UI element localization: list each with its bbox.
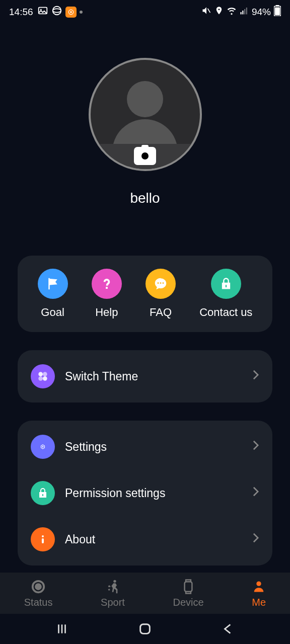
mute-icon	[201, 6, 211, 18]
settings-label: Settings	[65, 440, 242, 454]
status-left: 14:56	[9, 5, 83, 19]
svg-point-16	[38, 376, 43, 381]
svg-point-20	[42, 535, 44, 537]
svg-point-17	[43, 376, 47, 381]
lock-icon	[31, 481, 55, 505]
chat-icon	[146, 269, 176, 299]
quick-actions-panel: Goal Help FAQ Contact us	[18, 256, 272, 332]
svg-rect-25	[185, 582, 192, 592]
tab-me[interactable]: Me	[252, 579, 266, 608]
back-button[interactable]	[203, 622, 253, 635]
svg-rect-9	[244, 9, 245, 15]
battery-percent: 94%	[252, 7, 271, 18]
avatar[interactable]	[89, 58, 202, 171]
svg-rect-7	[240, 12, 241, 15]
permission-settings-button[interactable]: Permission settings	[29, 470, 261, 516]
chevron-right-icon	[252, 369, 259, 383]
recents-button[interactable]	[37, 622, 87, 635]
svg-point-24	[113, 580, 116, 582]
tab-sport-label: Sport	[101, 597, 125, 608]
svg-point-19	[42, 446, 44, 448]
svg-point-15	[43, 372, 47, 376]
svg-point-3	[52, 9, 61, 12]
tab-device-label: Device	[173, 597, 203, 608]
status-icon	[31, 579, 46, 595]
status-time: 14:56	[9, 7, 33, 18]
svg-point-14	[38, 372, 43, 376]
switch-theme-label: Switch Theme	[65, 370, 242, 383]
tab-status[interactable]: Status	[24, 579, 53, 608]
system-nav	[0, 614, 290, 644]
goal-button[interactable]: Goal	[38, 269, 68, 319]
username: bello	[130, 190, 160, 206]
status-right: 94%	[201, 5, 281, 19]
svg-rect-10	[246, 8, 247, 15]
more-dot-icon	[80, 11, 83, 14]
permission-settings-label: Permission settings	[65, 487, 242, 500]
person-icon	[252, 579, 266, 595]
bottom-nav: Status Sport Device Me	[0, 573, 290, 614]
gallery-icon	[37, 5, 48, 19]
about-label: About	[65, 533, 242, 546]
lock-icon	[211, 269, 241, 299]
tab-me-label: Me	[252, 597, 266, 608]
faq-label: FAQ	[150, 306, 172, 319]
svg-rect-21	[42, 538, 44, 543]
help-button[interactable]: Help	[92, 269, 122, 319]
home-button[interactable]	[120, 622, 170, 636]
chevron-right-icon	[252, 532, 259, 546]
location-icon	[214, 6, 224, 18]
theme-icon	[31, 364, 55, 388]
avatar-placeholder-icon	[127, 81, 163, 117]
signal-icon	[240, 6, 249, 18]
battery-icon	[274, 5, 281, 19]
svg-rect-8	[242, 11, 243, 15]
sphere-icon	[51, 5, 62, 19]
goal-label: Goal	[41, 306, 64, 319]
wifi-icon	[227, 6, 237, 18]
flag-icon	[38, 269, 68, 299]
settings-panel: Settings Permission settings About	[18, 421, 272, 566]
status-bar: 14:56 94%	[0, 0, 290, 24]
chevron-right-icon	[252, 486, 259, 500]
svg-point-26	[257, 581, 261, 586]
faq-button[interactable]: FAQ	[146, 269, 176, 319]
theme-panel: Switch Theme	[18, 350, 272, 403]
tab-sport[interactable]: Sport	[101, 579, 125, 608]
camera-icon[interactable]	[134, 147, 156, 165]
svg-rect-30	[140, 624, 150, 634]
contact-button[interactable]: Contact us	[199, 269, 252, 319]
tab-status-label: Status	[24, 597, 53, 608]
contact-label: Contact us	[199, 306, 252, 319]
svg-rect-13	[275, 7, 280, 15]
svg-line-6	[207, 9, 210, 13]
chevron-right-icon	[252, 440, 259, 454]
gear-icon	[31, 435, 55, 459]
svg-point-2	[52, 7, 61, 15]
info-icon	[31, 527, 55, 551]
app-icon	[65, 7, 77, 18]
svg-point-5	[70, 11, 72, 13]
tab-device[interactable]: Device	[173, 579, 203, 608]
question-icon	[92, 269, 122, 299]
about-button[interactable]: About	[29, 516, 261, 562]
device-icon	[182, 579, 195, 595]
help-label: Help	[95, 306, 118, 319]
svg-point-23	[36, 584, 41, 589]
settings-button[interactable]: Settings	[29, 424, 261, 470]
sport-icon	[105, 579, 121, 595]
switch-theme-button[interactable]: Switch Theme	[29, 353, 261, 399]
